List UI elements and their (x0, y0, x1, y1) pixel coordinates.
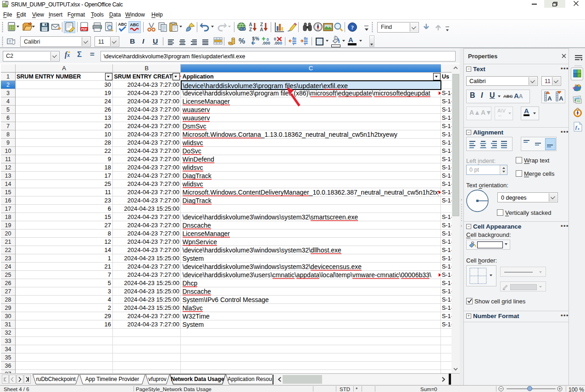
svg-text:%: % (255, 36, 259, 41)
svg-text:PDF: PDF (81, 28, 87, 31)
svg-text:.00: .00 (274, 41, 280, 45)
svg-text:x: x (577, 127, 579, 131)
svg-text:A: A (547, 95, 552, 102)
svg-text:Z: Z (249, 27, 252, 32)
svg-text:.000: .000 (262, 41, 270, 45)
svg-text:A: A (260, 27, 263, 32)
svg-text:Z: Z (260, 22, 263, 27)
svg-text:T: T (9, 39, 11, 44)
svg-text:?: ? (351, 24, 354, 31)
svg-text:ABC: ABC (130, 22, 139, 27)
svg-text:0: 0 (280, 41, 282, 45)
svg-text:N: N (577, 108, 578, 111)
svg-text:A: A (559, 95, 563, 102)
svg-text:$: $ (252, 36, 255, 41)
svg-text:A: A (249, 22, 252, 27)
svg-text:ABC: ABC (118, 22, 127, 27)
